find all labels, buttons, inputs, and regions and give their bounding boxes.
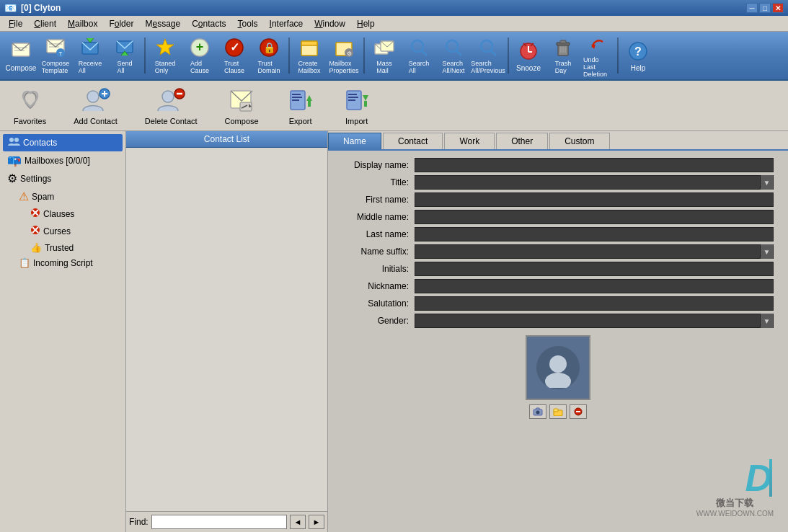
sidebar-item-curses[interactable]: Curses: [26, 223, 123, 240]
name-suffix-dropdown-arrow[interactable]: ▼: [760, 244, 773, 259]
toolbar-compose-template[interactable]: T ComposeTemplate: [39, 35, 72, 76]
avatar-remove-btn[interactable]: [570, 404, 587, 419]
gender-dropdown[interactable]: ▼: [415, 314, 774, 328]
contact-list-body[interactable]: [126, 148, 327, 511]
toolbar-trust-domain[interactable]: 🔒 TrustDomain: [252, 35, 285, 76]
sidebar-item-trusted[interactable]: 👍 Trusted: [26, 240, 123, 255]
toolbar-sep-4: [508, 37, 509, 74]
toolbar-add-cause-label: AddCause: [190, 60, 209, 74]
initials-input[interactable]: [415, 262, 774, 276]
toolbar-snooze[interactable]: Snooze: [512, 35, 545, 76]
middle-name-row: Middle name:: [342, 210, 774, 224]
toolbar-staned-label: StanedOnly: [155, 60, 176, 74]
svg-rect-57: [292, 99, 299, 101]
contacts-import-btn[interactable]: Import: [336, 83, 378, 129]
toolbar-search-all-prev[interactable]: SearchAll/Previous: [472, 35, 505, 76]
gender-row: Gender: ▼: [342, 314, 774, 328]
title-dropdown[interactable]: ▼: [415, 175, 774, 190]
tab-contact[interactable]: Contact: [383, 133, 443, 149]
contacts-compose-btn[interactable]: Compose: [218, 83, 265, 129]
compose-contact-icon: [227, 87, 256, 115]
maximize-button[interactable]: □: [759, 3, 771, 13]
clauses-label: Clauses: [43, 209, 74, 219]
toolbar-undo-deletion[interactable]: Undo LastDeletion: [581, 35, 614, 76]
contacts-export-btn[interactable]: Export: [280, 83, 322, 129]
toolbar-mailbox-properties[interactable]: ⚙ MailboxProperties: [327, 35, 360, 76]
find-next-btn[interactable]: ►: [309, 515, 324, 529]
tab-custom[interactable]: Custom: [549, 133, 609, 149]
find-input[interactable]: [151, 515, 287, 529]
undo-deletion-icon: [586, 33, 609, 55]
menu-help[interactable]: Help: [351, 17, 381, 30]
menu-interface[interactable]: Interface: [264, 17, 309, 30]
toolbar-compose-label: Compose: [6, 64, 37, 72]
sidebar-item-contacts[interactable]: Contacts: [3, 134, 123, 151]
menu-folder[interactable]: Folder: [103, 17, 139, 30]
avatar-load-btn[interactable]: [529, 404, 546, 419]
delete-contact-label: Delete Contact: [145, 117, 198, 125]
sidebar-item-settings[interactable]: ⚙ Settings: [3, 169, 123, 187]
toolbar-trash-day-label: TrashDay: [555, 60, 572, 74]
toolbar-search-all-next[interactable]: SearchAll/Next: [437, 35, 470, 76]
sidebar-item-clauses[interactable]: Clauses: [26, 205, 123, 223]
svg-rect-37: [560, 40, 566, 43]
minimize-button[interactable]: ─: [746, 3, 758, 13]
svg-marker-64: [363, 95, 368, 101]
mailbox-properties-icon: ⚙: [332, 37, 355, 58]
menu-file[interactable]: File: [3, 17, 28, 30]
toolbar-help[interactable]: ? Help: [621, 35, 655, 76]
toolbar-search-all[interactable]: SearchAll: [402, 35, 435, 76]
last-name-input[interactable]: [415, 227, 774, 241]
nickname-input[interactable]: [415, 279, 774, 293]
avatar-folder-btn[interactable]: [549, 404, 567, 419]
display-name-row: Display name:: [342, 158, 774, 172]
menu-tools[interactable]: Tools: [232, 17, 264, 30]
svg-point-24: [412, 40, 423, 52]
receive-all-icon: [79, 37, 102, 58]
add-cause-icon: +: [188, 37, 211, 58]
tab-name[interactable]: Name: [328, 133, 381, 149]
toolbar-mass-mail[interactable]: MassMail: [368, 35, 401, 76]
toolbar-trust-clause-label: TrustClause: [224, 60, 244, 74]
menu-mailbox[interactable]: Mailbox: [62, 17, 103, 30]
menu-client[interactable]: Client: [28, 17, 62, 30]
menu-window[interactable]: Window: [309, 17, 351, 30]
close-button[interactable]: ✕: [772, 3, 784, 13]
contacts-add-contact-btn[interactable]: Add Contact: [67, 83, 124, 129]
watermark-url: WWW.WEIDOWN.COM: [696, 510, 774, 518]
send-all-icon: [113, 37, 136, 58]
sidebar-item-incoming-script[interactable]: 📋 Incoming Script: [14, 255, 123, 270]
nickname-row: Nickname:: [342, 279, 774, 293]
contacts-delete-contact-btn[interactable]: Delete Contact: [138, 83, 204, 129]
toolbar-sep-1: [144, 37, 146, 74]
find-prev-btn[interactable]: ◄: [290, 515, 306, 529]
middle-name-input[interactable]: [415, 210, 774, 224]
curses-icon: [30, 225, 40, 238]
contacts-favorites-btn[interactable]: Favorites: [7, 83, 53, 129]
toolbar-receive-all[interactable]: ReceiveAll: [74, 35, 107, 76]
toolbar-add-cause[interactable]: + AddCause: [183, 35, 216, 76]
first-name-input[interactable]: [415, 192, 774, 207]
name-suffix-dropdown[interactable]: ▼: [415, 244, 774, 259]
toolbar-send-all[interactable]: SendAll: [108, 35, 141, 76]
menu-message[interactable]: Message: [139, 17, 186, 30]
sidebar-item-mailboxes[interactable]: 📪 Mailboxes [0/0/0]: [3, 151, 123, 169]
tab-work[interactable]: Work: [444, 133, 495, 149]
toolbar-trust-clause[interactable]: ✓ TrustClause: [218, 35, 251, 76]
title-dropdown-arrow[interactable]: ▼: [760, 175, 773, 190]
trusted-icon: 👍: [30, 242, 42, 253]
salutation-input[interactable]: [415, 296, 774, 311]
toolbar-staned[interactable]: StanedOnly: [149, 35, 182, 76]
title-controls[interactable]: ─ □ ✕: [746, 3, 784, 13]
toolbar-compose[interactable]: Compose: [4, 35, 37, 76]
toolbar-trash-day[interactable]: TrashDay: [546, 35, 580, 76]
sidebar-item-spam[interactable]: ⚠ Spam: [14, 187, 123, 205]
tab-other[interactable]: Other: [496, 133, 548, 149]
gender-dropdown-arrow[interactable]: ▼: [760, 314, 773, 328]
incoming-script-icon: 📋: [19, 257, 30, 268]
settings-icon: ⚙: [7, 172, 17, 185]
display-name-input[interactable]: [415, 158, 774, 172]
toolbar-snooze-label: Snooze: [516, 64, 541, 72]
toolbar-create-mailbox[interactable]: CreateMailbox: [293, 35, 326, 76]
menu-contacts[interactable]: Contacts: [186, 17, 231, 30]
